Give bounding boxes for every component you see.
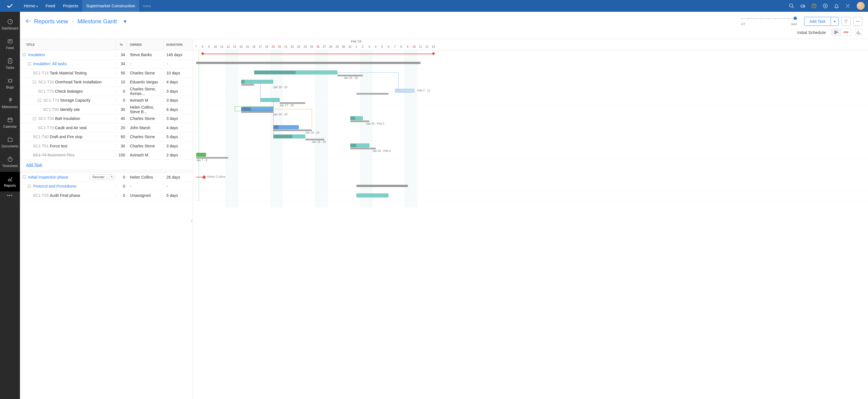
nav-projects[interactable]: Projects [59,0,82,12]
user-avatar[interactable] [857,2,865,10]
svg-point-2 [804,6,804,6]
nav-current-project[interactable]: Supermarket Construction [82,0,139,12]
top-navbar: Home▾ Feed Projects Supermarket Construc… [0,0,868,12]
svg-point-3 [804,6,804,7]
search-icon[interactable] [786,0,797,12]
gamepad-icon[interactable] [797,0,808,12]
add-icon[interactable] [820,0,831,12]
svg-point-0 [789,4,793,7]
bell-icon[interactable] [831,0,842,12]
nav-home[interactable]: Home▾ [20,0,41,12]
nav-feed[interactable]: Feed [41,0,59,12]
clock-icon[interactable] [808,0,820,12]
nav-more-icon[interactable]: ○○○ [139,4,155,8]
app-logo[interactable] [0,0,20,12]
tools-icon[interactable] [842,0,854,12]
